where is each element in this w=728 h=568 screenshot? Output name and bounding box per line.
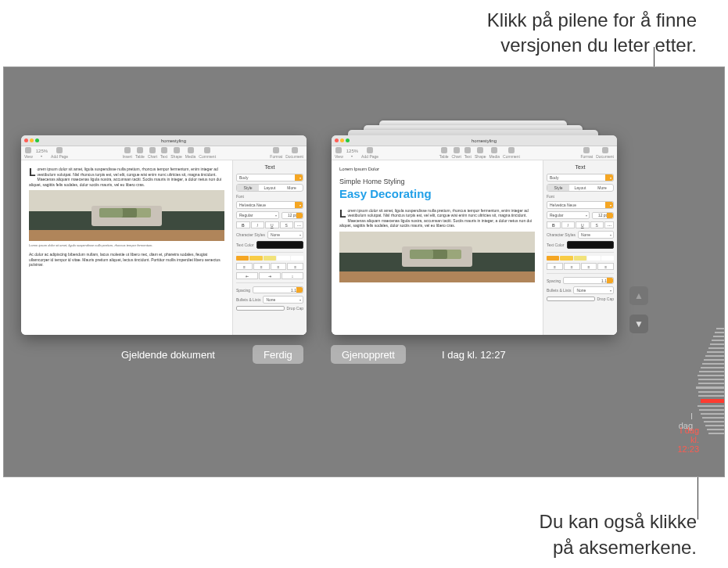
close-icon[interactable]	[24, 138, 28, 142]
seg-layout[interactable]: Layout	[259, 185, 281, 191]
toolbar-text[interactable]: Text	[160, 147, 167, 159]
toolbar-shape[interactable]: Shape	[170, 147, 181, 159]
done-button[interactable]: Ferdig	[253, 345, 303, 364]
toolbar-comment[interactable]: Comment	[199, 147, 216, 159]
inspector-segmented[interactable]: Style Layout More	[236, 184, 303, 192]
text-color-swatch[interactable]	[567, 241, 614, 249]
timeline-tick[interactable]	[710, 343, 724, 345]
font-weight-select[interactable]: Regular	[547, 211, 590, 219]
indent-button[interactable]: ⇥	[259, 272, 281, 279]
font-family-select[interactable]: Helvetica Neue	[236, 201, 303, 209]
underline-button[interactable]: U	[576, 221, 590, 228]
italic-button[interactable]: I	[561, 221, 576, 228]
color-palette[interactable]	[236, 256, 303, 261]
timeline-tick[interactable]	[698, 375, 724, 376]
timeline-tick[interactable]	[704, 421, 724, 422]
bullets-select[interactable]: None	[263, 296, 303, 304]
toolbar-media[interactable]: Media	[185, 147, 196, 159]
document-page[interactable]: Lorem ipsum dolor sit amet, ligula suspe…	[21, 160, 232, 335]
toolbar-chart[interactable]: Chart	[452, 147, 461, 159]
toolbar-zoom[interactable]: 125%	[346, 149, 358, 158]
bullets-select[interactable]: None	[573, 286, 614, 294]
document-page[interactable]: Lorem Ipsum Dolor Simple Home Styling Ea…	[332, 160, 543, 335]
timeline-tick[interactable]	[707, 429, 724, 430]
align-right-button[interactable]: ≡	[581, 263, 597, 270]
italic-button[interactable]: I	[251, 221, 265, 228]
version-next-arrow[interactable]: ▼	[629, 315, 648, 333]
toolbar-format[interactable]: Format	[580, 147, 593, 159]
toolbar-media[interactable]: Media	[489, 147, 500, 159]
window-titlebar[interactable]: homestyling	[21, 135, 307, 146]
dropcap-checkbox[interactable]	[236, 306, 285, 311]
toolbar-shape[interactable]: Shape	[475, 147, 486, 159]
timeline-tick[interactable]	[704, 359, 724, 361]
timeline-tick[interactable]	[698, 405, 724, 407]
align-justify-button[interactable]: ≡	[597, 263, 614, 270]
minimize-icon[interactable]	[30, 138, 34, 142]
toolbar-document[interactable]: Document	[285, 147, 303, 159]
timeline-tick[interactable]	[705, 425, 724, 426]
restore-button[interactable]: Gjenopprett	[331, 345, 406, 364]
seg-style[interactable]: Style	[547, 185, 569, 191]
bold-button[interactable]: B	[236, 221, 250, 228]
toolbar-chart[interactable]: Chart	[148, 147, 157, 159]
align-left-button[interactable]: ≡	[236, 263, 253, 270]
timeline-tick[interactable]	[701, 413, 724, 415]
toolbar-text[interactable]: Text	[464, 147, 472, 159]
timeline-tick[interactable]	[713, 336, 724, 337]
window-titlebar[interactable]: homestyling	[332, 135, 617, 146]
timeline-tick[interactable]	[716, 328, 724, 329]
char-styles-select[interactable]: None	[267, 231, 303, 239]
timeline-tick[interactable]	[715, 332, 724, 333]
timeline-tick[interactable]	[698, 395, 724, 397]
font-size-field[interactable]: 12 pt	[592, 212, 614, 219]
timeline-tick[interactable]	[708, 347, 724, 349]
bold-button[interactable]: B	[547, 221, 561, 228]
toolbar-zoom[interactable]: 125%	[36, 149, 48, 158]
toolbar-format[interactable]: Format	[270, 147, 282, 159]
spacing-field[interactable]: 1.1	[253, 286, 303, 293]
strike-button[interactable]: S	[280, 221, 294, 228]
font-weight-select[interactable]: Regular	[236, 211, 279, 219]
timeline-tick-current[interactable]	[701, 399, 724, 403]
timeline-tick[interactable]	[707, 351, 724, 353]
paragraph-style-select[interactable]: Body	[236, 174, 303, 182]
font-size-field[interactable]: 12 pt	[282, 212, 303, 219]
font-more-button[interactable]: ⋯	[294, 221, 303, 228]
timeline-tick[interactable]	[701, 367, 724, 368]
paragraph-style-select[interactable]: Body	[547, 174, 614, 182]
timeline-tick[interactable]	[699, 371, 724, 372]
seg-more[interactable]: More	[281, 185, 303, 191]
dropcap-checkbox[interactable]	[547, 297, 595, 301]
seg-style[interactable]: Style	[237, 185, 259, 191]
toolbar-comment[interactable]: Comment	[503, 147, 520, 159]
timeline-tick[interactable]	[708, 433, 724, 434]
text-color-swatch[interactable]	[256, 241, 303, 249]
spacing-field[interactable]: 1.1	[563, 277, 614, 284]
align-center-button[interactable]: ≡	[253, 263, 270, 270]
toolbar-addpage[interactable]: Add Page	[51, 147, 68, 159]
align-left-button[interactable]: ≡	[547, 263, 563, 270]
timeline-tick[interactable]	[698, 383, 724, 384]
timeline-tick[interactable]	[712, 340, 724, 341]
minimize-icon[interactable]	[340, 138, 344, 142]
align-center-button[interactable]: ≡	[564, 263, 580, 270]
seg-more[interactable]: More	[591, 185, 613, 191]
font-more-button[interactable]: ⋯	[604, 221, 614, 228]
inspector-segmented[interactable]: Style Layout More	[547, 184, 614, 192]
underline-button[interactable]: U	[265, 221, 279, 228]
strike-button[interactable]: S	[590, 221, 604, 228]
toolbar-view[interactable]: View	[335, 147, 343, 159]
timeline-tick[interactable]	[702, 363, 724, 365]
timeline-tick[interactable]	[698, 379, 724, 380]
timeline-tick[interactable]	[702, 417, 724, 419]
toolbar-insert[interactable]: Insert	[122, 147, 132, 159]
close-icon[interactable]	[335, 138, 339, 142]
font-family-select[interactable]: Helvetica Neue	[547, 201, 614, 209]
toolbar-table[interactable]: Table	[439, 147, 449, 159]
timeline-tick[interactable]	[699, 409, 724, 411]
toolbar-table[interactable]: Table	[135, 147, 145, 159]
maximize-icon[interactable]	[35, 138, 39, 142]
maximize-icon[interactable]	[346, 138, 350, 142]
vindent-button[interactable]: ↕	[282, 272, 303, 279]
